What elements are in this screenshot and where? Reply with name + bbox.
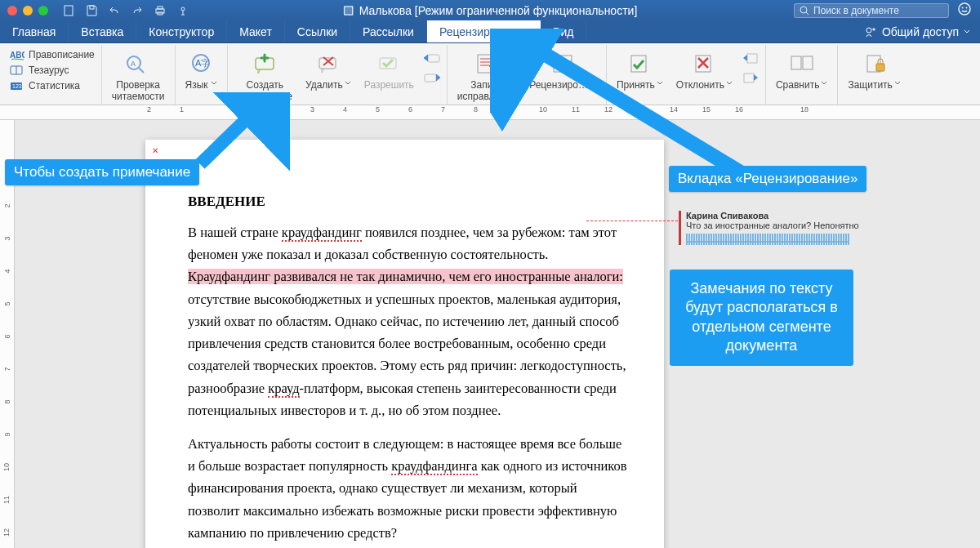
search-input[interactable]: Поиск в документе: [794, 3, 949, 18]
protect-icon: [862, 49, 887, 78]
reviewing-pane-icon: [549, 49, 577, 78]
svg-rect-33: [803, 56, 813, 69]
reject-button[interactable]: Отклонить: [671, 47, 737, 103]
callout-sidebar: Замечания по тексту будут располагаться …: [670, 270, 853, 366]
reject-icon: [692, 49, 716, 78]
tab-view[interactable]: Вид: [541, 20, 586, 42]
fullscreen-window-icon[interactable]: [38, 6, 48, 16]
readability-button[interactable]: A Проверка читаемости: [107, 47, 170, 103]
paragraph-2: Актуальность работы состоит в следующем:…: [188, 433, 627, 544]
svg-point-10: [962, 7, 964, 9]
window-title: Малькова [Режим ограниченной функциональ…: [343, 4, 638, 17]
comment-connector: [586, 221, 678, 221]
document-body[interactable]: ВВЕДЕНИЕ В нашей стране краудфандинг поя…: [188, 190, 627, 548]
chevron-down-icon: [821, 80, 827, 87]
language-button[interactable]: A字 Язык: [180, 47, 222, 103]
chevron-down-icon: [964, 29, 970, 35]
readability-icon: A: [124, 49, 152, 78]
comment-author: Карина Спивакова: [686, 211, 862, 221]
ribbon-group-readability: A Проверка читаемости: [102, 45, 176, 105]
next-comment-icon: [423, 70, 441, 85]
ribbon-tabs: Главная Вставка Конструктор Макет Ссылки…: [0, 20, 980, 43]
ribbon-group-language: A字 Язык: [176, 45, 228, 105]
chevron-down-icon: [726, 80, 733, 87]
tab-design[interactable]: Конструктор: [136, 20, 227, 42]
minimize-window-icon[interactable]: [23, 6, 33, 16]
thesaurus-button[interactable]: Тезаурус: [8, 64, 96, 77]
page: ✕ ВВЕДЕНИЕ В нашей стране краудфандинг п…: [145, 140, 664, 548]
touch-mode-icon[interactable]: [176, 4, 189, 17]
chevron-down-icon: [590, 80, 596, 87]
feedback-icon[interactable]: [957, 2, 972, 19]
resolve-comment-button: Разрешить: [359, 47, 419, 103]
tab-review[interactable]: Рецензирование: [427, 20, 541, 42]
svg-rect-24: [428, 55, 439, 62]
redo-icon[interactable]: [131, 4, 144, 17]
share-button[interactable]: Общий доступ: [854, 20, 980, 42]
tab-references[interactable]: Ссылки: [285, 20, 350, 42]
svg-text:123: 123: [12, 83, 22, 89]
callout-tab: Вкладка «Рецензирование»: [669, 166, 866, 192]
svg-rect-32: [791, 56, 801, 69]
spelling-button[interactable]: ABC Правописание: [8, 48, 96, 61]
delete-comment-icon: [316, 49, 341, 78]
next-change-button[interactable]: [741, 69, 760, 86]
svg-rect-1: [90, 6, 94, 9]
prev-comment-button[interactable]: [422, 50, 442, 66]
print-icon[interactable]: [154, 4, 167, 17]
save-icon[interactable]: [85, 4, 98, 17]
next-comment-button[interactable]: [422, 69, 442, 86]
spelling-icon: ABC: [10, 49, 24, 60]
new-comment-icon: [251, 49, 278, 78]
svg-rect-28: [631, 56, 646, 72]
svg-point-12: [866, 28, 871, 33]
accept-icon: [627, 49, 652, 78]
comment-reply-placeholder: [686, 234, 849, 245]
comment-text: Что за иностранные аналоги? Непонятно: [686, 221, 862, 230]
statistics-icon: 123: [10, 80, 24, 91]
compare-icon: [788, 49, 816, 78]
comment-thread[interactable]: Карина Спивакова Что за иностранные анал…: [679, 211, 862, 245]
share-icon: [864, 25, 877, 38]
new-comment-button[interactable]: Создать примечание: [233, 47, 297, 103]
prev-comment-icon: [423, 51, 441, 65]
chevron-down-icon: [345, 80, 351, 87]
paragraph-1: В нашей стране краудфандинг появился поз…: [188, 221, 627, 421]
tab-layout[interactable]: Макет: [227, 20, 285, 42]
quick-access-toolbar: [62, 4, 189, 17]
comment-highlight: Краудфандинг развивался не так динамично…: [188, 269, 623, 284]
word-file-icon: [343, 5, 354, 16]
close-window-icon[interactable]: [7, 6, 17, 16]
svg-rect-30: [747, 54, 757, 63]
compare-button[interactable]: Сравнить: [771, 47, 832, 103]
tab-home[interactable]: Главная: [0, 20, 69, 42]
svg-rect-0: [65, 6, 73, 16]
tab-mailings[interactable]: Рассылки: [350, 20, 427, 42]
undo-icon[interactable]: [108, 4, 121, 17]
ribbon-group-compare: Сравнить: [766, 45, 838, 105]
svg-text:A: A: [131, 60, 136, 68]
ribbon-group-proofing: ABC Правописание Тезаурус 123 Статистика: [3, 45, 102, 105]
callout-create-comment: Чтобы создать примечание: [5, 159, 199, 185]
new-doc-icon[interactable]: [62, 4, 75, 17]
track-changes-button[interactable]: Запись исправлений: [452, 47, 521, 103]
svg-rect-31: [744, 74, 754, 82]
accept-button[interactable]: Принять: [612, 47, 668, 103]
svg-rect-25: [425, 74, 436, 82]
reviewing-pane-button[interactable]: Рецензиро…: [524, 47, 601, 103]
window-controls: [0, 6, 56, 16]
titlebar: Малькова [Режим ограниченной функциональ…: [0, 0, 980, 20]
svg-rect-3: [158, 7, 163, 9]
tab-insert[interactable]: Вставка: [69, 20, 136, 42]
svg-rect-6: [344, 6, 354, 16]
spellerror: краудфандинг: [282, 225, 362, 242]
svg-point-5: [181, 7, 185, 11]
delete-comment-button[interactable]: Удалить: [301, 47, 356, 103]
resolve-comment-icon: [376, 49, 401, 78]
prev-change-button[interactable]: [741, 50, 760, 66]
horizontal-ruler[interactable]: 211234567891011121314151618: [0, 105, 980, 120]
protect-button[interactable]: Защитить: [843, 47, 905, 103]
spellerror: крауд: [268, 381, 299, 398]
word-count-button[interactable]: 123 Статистика: [8, 79, 96, 92]
prev-change-icon: [742, 51, 759, 65]
